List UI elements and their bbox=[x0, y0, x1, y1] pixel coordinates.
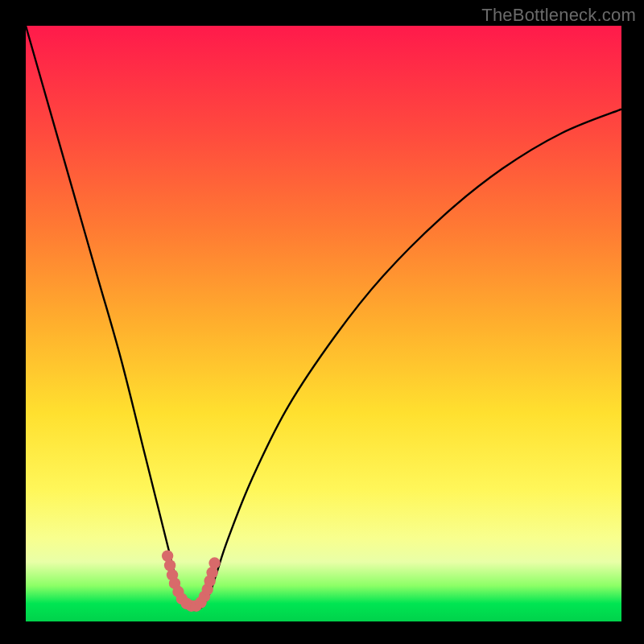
bottleneck-curve bbox=[26, 26, 621, 610]
highlight-dot bbox=[208, 557, 220, 568]
watermark-text: TheBottleneck.com bbox=[481, 5, 636, 26]
plot-area bbox=[26, 26, 621, 621]
curve-layer bbox=[26, 26, 621, 621]
highlight-dots bbox=[162, 550, 221, 612]
chart-frame: TheBottleneck.com bbox=[0, 0, 644, 644]
